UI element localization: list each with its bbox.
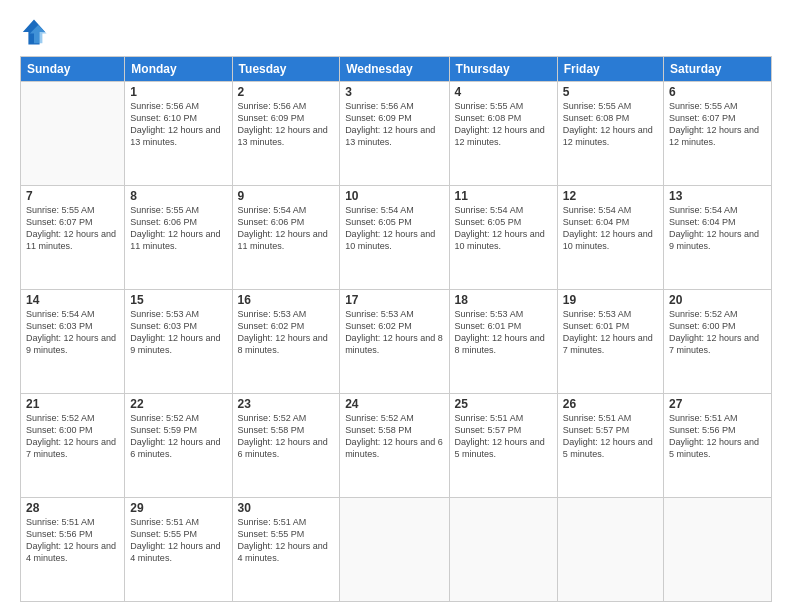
day-number: 8 [130, 189, 226, 203]
day-info: Sunrise: 5:52 AM Sunset: 5:58 PM Dayligh… [238, 412, 335, 461]
logo [20, 18, 52, 46]
day-number: 4 [455, 85, 552, 99]
day-number: 7 [26, 189, 119, 203]
day-number: 14 [26, 293, 119, 307]
weekday-header-sunday: Sunday [21, 57, 125, 82]
day-info: Sunrise: 5:54 AM Sunset: 6:03 PM Dayligh… [26, 308, 119, 357]
weekday-header-row: SundayMondayTuesdayWednesdayThursdayFrid… [21, 57, 772, 82]
day-info: Sunrise: 5:51 AM Sunset: 5:55 PM Dayligh… [130, 516, 226, 565]
week-row-2: 14Sunrise: 5:54 AM Sunset: 6:03 PM Dayli… [21, 290, 772, 394]
calendar-cell: 10Sunrise: 5:54 AM Sunset: 6:05 PM Dayli… [340, 186, 449, 290]
day-number: 17 [345, 293, 443, 307]
day-info: Sunrise: 5:52 AM Sunset: 6:00 PM Dayligh… [669, 308, 766, 357]
day-info: Sunrise: 5:52 AM Sunset: 6:00 PM Dayligh… [26, 412, 119, 461]
day-number: 22 [130, 397, 226, 411]
day-info: Sunrise: 5:54 AM Sunset: 6:06 PM Dayligh… [238, 204, 335, 253]
calendar-cell: 29Sunrise: 5:51 AM Sunset: 5:55 PM Dayli… [125, 498, 232, 602]
day-number: 23 [238, 397, 335, 411]
calendar-cell [557, 498, 663, 602]
day-info: Sunrise: 5:53 AM Sunset: 6:03 PM Dayligh… [130, 308, 226, 357]
calendar-cell: 24Sunrise: 5:52 AM Sunset: 5:58 PM Dayli… [340, 394, 449, 498]
calendar-cell: 15Sunrise: 5:53 AM Sunset: 6:03 PM Dayli… [125, 290, 232, 394]
day-info: Sunrise: 5:52 AM Sunset: 5:58 PM Dayligh… [345, 412, 443, 461]
calendar-cell: 12Sunrise: 5:54 AM Sunset: 6:04 PM Dayli… [557, 186, 663, 290]
day-info: Sunrise: 5:54 AM Sunset: 6:04 PM Dayligh… [669, 204, 766, 253]
week-row-0: 1Sunrise: 5:56 AM Sunset: 6:10 PM Daylig… [21, 82, 772, 186]
weekday-header-saturday: Saturday [664, 57, 772, 82]
day-info: Sunrise: 5:51 AM Sunset: 5:57 PM Dayligh… [455, 412, 552, 461]
day-number: 19 [563, 293, 658, 307]
day-number: 11 [455, 189, 552, 203]
day-info: Sunrise: 5:53 AM Sunset: 6:02 PM Dayligh… [345, 308, 443, 357]
calendar-cell: 21Sunrise: 5:52 AM Sunset: 6:00 PM Dayli… [21, 394, 125, 498]
week-row-3: 21Sunrise: 5:52 AM Sunset: 6:00 PM Dayli… [21, 394, 772, 498]
day-info: Sunrise: 5:55 AM Sunset: 6:08 PM Dayligh… [455, 100, 552, 149]
day-info: Sunrise: 5:56 AM Sunset: 6:09 PM Dayligh… [238, 100, 335, 149]
day-info: Sunrise: 5:54 AM Sunset: 6:04 PM Dayligh… [563, 204, 658, 253]
day-info: Sunrise: 5:53 AM Sunset: 6:02 PM Dayligh… [238, 308, 335, 357]
day-number: 12 [563, 189, 658, 203]
calendar-cell: 30Sunrise: 5:51 AM Sunset: 5:55 PM Dayli… [232, 498, 340, 602]
page: SundayMondayTuesdayWednesdayThursdayFrid… [0, 0, 792, 612]
header [20, 18, 772, 46]
calendar-cell: 20Sunrise: 5:52 AM Sunset: 6:00 PM Dayli… [664, 290, 772, 394]
day-number: 6 [669, 85, 766, 99]
day-info: Sunrise: 5:56 AM Sunset: 6:10 PM Dayligh… [130, 100, 226, 149]
calendar-cell: 13Sunrise: 5:54 AM Sunset: 6:04 PM Dayli… [664, 186, 772, 290]
calendar-cell [340, 498, 449, 602]
day-info: Sunrise: 5:51 AM Sunset: 5:55 PM Dayligh… [238, 516, 335, 565]
day-info: Sunrise: 5:54 AM Sunset: 6:05 PM Dayligh… [345, 204, 443, 253]
calendar-cell: 22Sunrise: 5:52 AM Sunset: 5:59 PM Dayli… [125, 394, 232, 498]
calendar-cell: 14Sunrise: 5:54 AM Sunset: 6:03 PM Dayli… [21, 290, 125, 394]
day-info: Sunrise: 5:55 AM Sunset: 6:07 PM Dayligh… [26, 204, 119, 253]
day-number: 29 [130, 501, 226, 515]
day-number: 28 [26, 501, 119, 515]
calendar-cell: 6Sunrise: 5:55 AM Sunset: 6:07 PM Daylig… [664, 82, 772, 186]
calendar-cell: 17Sunrise: 5:53 AM Sunset: 6:02 PM Dayli… [340, 290, 449, 394]
day-info: Sunrise: 5:55 AM Sunset: 6:08 PM Dayligh… [563, 100, 658, 149]
calendar-cell: 9Sunrise: 5:54 AM Sunset: 6:06 PM Daylig… [232, 186, 340, 290]
calendar-cell: 18Sunrise: 5:53 AM Sunset: 6:01 PM Dayli… [449, 290, 557, 394]
day-number: 18 [455, 293, 552, 307]
day-number: 27 [669, 397, 766, 411]
day-info: Sunrise: 5:51 AM Sunset: 5:56 PM Dayligh… [669, 412, 766, 461]
calendar-cell: 28Sunrise: 5:51 AM Sunset: 5:56 PM Dayli… [21, 498, 125, 602]
weekday-header-wednesday: Wednesday [340, 57, 449, 82]
calendar-cell: 11Sunrise: 5:54 AM Sunset: 6:05 PM Dayli… [449, 186, 557, 290]
day-number: 5 [563, 85, 658, 99]
calendar-cell: 27Sunrise: 5:51 AM Sunset: 5:56 PM Dayli… [664, 394, 772, 498]
calendar-cell: 8Sunrise: 5:55 AM Sunset: 6:06 PM Daylig… [125, 186, 232, 290]
calendar-cell: 7Sunrise: 5:55 AM Sunset: 6:07 PM Daylig… [21, 186, 125, 290]
day-number: 20 [669, 293, 766, 307]
week-row-1: 7Sunrise: 5:55 AM Sunset: 6:07 PM Daylig… [21, 186, 772, 290]
day-info: Sunrise: 5:55 AM Sunset: 6:07 PM Dayligh… [669, 100, 766, 149]
week-row-4: 28Sunrise: 5:51 AM Sunset: 5:56 PM Dayli… [21, 498, 772, 602]
calendar-cell: 5Sunrise: 5:55 AM Sunset: 6:08 PM Daylig… [557, 82, 663, 186]
day-info: Sunrise: 5:52 AM Sunset: 5:59 PM Dayligh… [130, 412, 226, 461]
calendar-cell: 23Sunrise: 5:52 AM Sunset: 5:58 PM Dayli… [232, 394, 340, 498]
day-number: 16 [238, 293, 335, 307]
calendar-cell [664, 498, 772, 602]
weekday-header-monday: Monday [125, 57, 232, 82]
day-number: 30 [238, 501, 335, 515]
day-number: 10 [345, 189, 443, 203]
calendar-cell: 26Sunrise: 5:51 AM Sunset: 5:57 PM Dayli… [557, 394, 663, 498]
calendar-cell: 16Sunrise: 5:53 AM Sunset: 6:02 PM Dayli… [232, 290, 340, 394]
weekday-header-thursday: Thursday [449, 57, 557, 82]
day-info: Sunrise: 5:55 AM Sunset: 6:06 PM Dayligh… [130, 204, 226, 253]
day-number: 13 [669, 189, 766, 203]
day-number: 3 [345, 85, 443, 99]
day-info: Sunrise: 5:54 AM Sunset: 6:05 PM Dayligh… [455, 204, 552, 253]
day-info: Sunrise: 5:56 AM Sunset: 6:09 PM Dayligh… [345, 100, 443, 149]
day-number: 1 [130, 85, 226, 99]
day-number: 21 [26, 397, 119, 411]
day-info: Sunrise: 5:53 AM Sunset: 6:01 PM Dayligh… [563, 308, 658, 357]
day-number: 9 [238, 189, 335, 203]
calendar-cell: 19Sunrise: 5:53 AM Sunset: 6:01 PM Dayli… [557, 290, 663, 394]
day-info: Sunrise: 5:51 AM Sunset: 5:57 PM Dayligh… [563, 412, 658, 461]
day-number: 25 [455, 397, 552, 411]
calendar-cell: 4Sunrise: 5:55 AM Sunset: 6:08 PM Daylig… [449, 82, 557, 186]
weekday-header-tuesday: Tuesday [232, 57, 340, 82]
calendar: SundayMondayTuesdayWednesdayThursdayFrid… [20, 56, 772, 602]
day-info: Sunrise: 5:53 AM Sunset: 6:01 PM Dayligh… [455, 308, 552, 357]
